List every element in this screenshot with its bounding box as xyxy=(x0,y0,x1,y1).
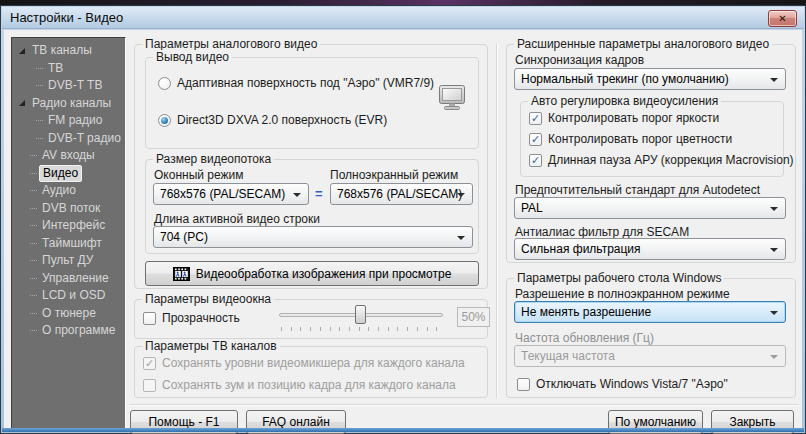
tree-item-interface[interactable]: Интерфейс xyxy=(12,217,125,235)
chevron-down-icon xyxy=(770,355,778,359)
transparency-row[interactable]: Прозрачность xyxy=(143,311,240,325)
tree-item-label: Интерфейс xyxy=(39,218,108,233)
tree-item-video[interactable]: Видео xyxy=(12,165,125,183)
tree-item-label: FM радио xyxy=(45,113,105,128)
group-caption: Авто регулировка видеоусиления xyxy=(528,94,721,108)
chevron-down-icon xyxy=(770,207,778,211)
close-dialog-button-label: Закрыть xyxy=(729,415,775,429)
tree-item-audio[interactable]: Аудио xyxy=(12,182,125,200)
standard-value: PAL xyxy=(521,201,543,215)
refresh-rate-select: Текущая частота xyxy=(514,345,786,367)
footer-separator xyxy=(130,404,798,406)
tree-item-remote[interactable]: Пульт ДУ xyxy=(12,252,125,270)
agc-brightness-row[interactable]: ✓ Контролировать порог яркости xyxy=(529,111,719,125)
desktop-settings-group: Параметры рабочего стола Windows Разреше… xyxy=(506,278,796,398)
check-icon: ✓ xyxy=(531,113,540,124)
windowed-mode-select[interactable]: 768x576 (PAL/SECAM) xyxy=(153,183,309,205)
antialias-value: Сильная фильтрация xyxy=(521,242,641,256)
disable-aero-checkbox[interactable] xyxy=(517,378,530,391)
active-line-value: 704 (PC) xyxy=(160,230,208,244)
tree-item-label: Пульт ДУ xyxy=(39,253,96,268)
tree-item-label: О тюнере xyxy=(39,306,99,321)
tree-item-dvbt-tv[interactable]: DVB-T ТВ xyxy=(12,77,125,95)
agc-chroma-checkbox[interactable]: ✓ xyxy=(529,133,542,146)
agc-chroma-row[interactable]: ✓ Контролировать порог цветности xyxy=(529,132,732,146)
window-title: Настройки - Видео xyxy=(10,10,123,25)
tree-item-label: AV входы xyxy=(39,148,98,163)
transparency-value-field[interactable]: 50% xyxy=(457,307,490,327)
titlebar[interactable]: Настройки - Видео ✕ xyxy=(2,7,804,29)
transparency-checkbox[interactable] xyxy=(143,312,156,325)
radio-aero-surface[interactable] xyxy=(158,77,171,90)
tree-item-label: ТВ xyxy=(45,61,66,76)
tree-item-lcd-osd[interactable]: LCD и OSD xyxy=(12,287,125,305)
analog-video-group: Параметры аналогового видео Вывод видео … xyxy=(134,44,488,289)
stream-size-group: Размер видеопотока Оконный режим Полноэк… xyxy=(145,159,479,254)
transparency-slider[interactable] xyxy=(279,305,443,333)
sync-select[interactable]: Нормальный трекинг (по умолчанию) xyxy=(514,68,786,90)
video-processing-button[interactable]: Видеообработка изображения при просмотре xyxy=(145,261,479,286)
screenshot-root: Настройки - Видео ✕ ТВ каналы ТВ DVB-T Т… xyxy=(0,0,806,434)
antialias-label: Антиалиас фильтр для SECAM xyxy=(515,225,689,239)
tree-item-tv-channels[interactable]: ТВ каналы xyxy=(12,42,125,60)
tree-expander-icon[interactable] xyxy=(19,100,25,106)
fullscreen-mode-select[interactable]: 768x576 (PAL/SECAM) xyxy=(330,183,473,205)
settings-dialog: Настройки - Видео ✕ ТВ каналы ТВ DVB-T Т… xyxy=(0,5,806,434)
group-caption: Параметры ТВ каналов xyxy=(142,339,280,353)
equals-sign: = xyxy=(315,186,323,201)
chevron-down-icon xyxy=(770,248,778,252)
tree-item-about-program[interactable]: О программе xyxy=(12,322,125,340)
agc-pause-label: Длинная пауза АРУ (коррекция Macrovision… xyxy=(548,153,794,167)
save-zoom-row: Сохранять зум и позицию кадра для каждог… xyxy=(143,378,456,392)
active-line-select[interactable]: 704 (PC) xyxy=(153,226,473,248)
refresh-rate-label: Частота обновления (Гц) xyxy=(515,331,654,345)
tree-expander-icon[interactable] xyxy=(19,48,25,54)
resolution-value: Не менять разрешение xyxy=(521,305,651,319)
group-caption: Вывод видео xyxy=(153,50,232,64)
tree-item-fm-radio[interactable]: FM радио xyxy=(12,112,125,130)
tree-item-label: DVB поток xyxy=(39,201,103,216)
tree-item-tv[interactable]: ТВ xyxy=(12,60,125,78)
tree-item-label: Аудио xyxy=(39,183,79,198)
save-mixer-checkbox: ✓ xyxy=(143,357,156,370)
windowed-mode-label: Оконный режим xyxy=(154,168,244,182)
fullscreen-mode-label: Полноэкранный режим xyxy=(330,168,458,182)
chevron-down-icon xyxy=(293,193,301,197)
disable-aero-label: Отключать Windows Vista/7 "Аэро" xyxy=(536,377,728,391)
radio-row-aero[interactable]: Адаптивная поверхность под "Аэро" (VMR7/… xyxy=(158,76,434,90)
slider-thumb[interactable] xyxy=(355,305,366,324)
radio-label: Direct3D DXVA 2.0 поверхность (EVR) xyxy=(177,113,387,127)
group-caption: Размер видеопотока xyxy=(153,152,274,166)
antialias-select[interactable]: Сильная фильтрация xyxy=(514,238,786,260)
window-bottom-border xyxy=(2,428,804,432)
tree-item-control[interactable]: Управление xyxy=(12,270,125,288)
agc-pause-row[interactable]: ✓ Длинная пауза АРУ (коррекция Macrovisi… xyxy=(529,153,794,167)
active-line-label: Длина активной видео строки xyxy=(154,212,320,226)
standard-select[interactable]: PAL xyxy=(514,197,786,219)
close-button[interactable]: ✕ xyxy=(768,10,797,27)
resolution-select[interactable]: Не менять разрешение xyxy=(514,301,786,323)
tree-item-radio-channels[interactable]: Радио каналы xyxy=(12,95,125,113)
tree-item-about-tuner[interactable]: О тюнере xyxy=(12,305,125,323)
tree-item-av-inputs[interactable]: AV входы xyxy=(12,147,125,165)
advanced-analog-group: Расширенные параметры аналогового видео … xyxy=(506,44,796,263)
check-icon: ✓ xyxy=(531,134,540,145)
tree-item-dvbt-radio[interactable]: DVB-T радио xyxy=(12,130,125,148)
sync-label: Синхронизация кадров xyxy=(515,53,644,67)
disable-aero-row[interactable]: Отключать Windows Vista/7 "Аэро" xyxy=(517,377,728,391)
radio-row-evr[interactable]: Direct3D DXVA 2.0 поверхность (EVR) xyxy=(158,113,387,127)
tree-item-timeshift[interactable]: Таймшифт xyxy=(12,235,125,253)
refresh-rate-value: Текущая частота xyxy=(521,349,615,363)
sync-value: Нормальный трекинг (по умолчанию) xyxy=(521,72,729,86)
faq-button-label: FAQ онлайн xyxy=(262,415,330,429)
fullscreen-mode-value: 768x576 (PAL/SECAM) xyxy=(337,187,462,201)
save-mixer-label: Сохранять уровни видеомикшера для каждог… xyxy=(162,356,465,370)
tree-item-dvb-stream[interactable]: DVB поток xyxy=(12,200,125,218)
agc-pause-checkbox[interactable]: ✓ xyxy=(529,154,542,167)
radio-evr-surface[interactable] xyxy=(158,114,171,127)
close-icon: ✕ xyxy=(778,13,786,24)
tree-item-label: Таймшифт xyxy=(39,236,105,251)
save-zoom-checkbox xyxy=(143,379,156,392)
check-icon: ✓ xyxy=(531,155,540,166)
agc-brightness-checkbox[interactable]: ✓ xyxy=(529,112,542,125)
